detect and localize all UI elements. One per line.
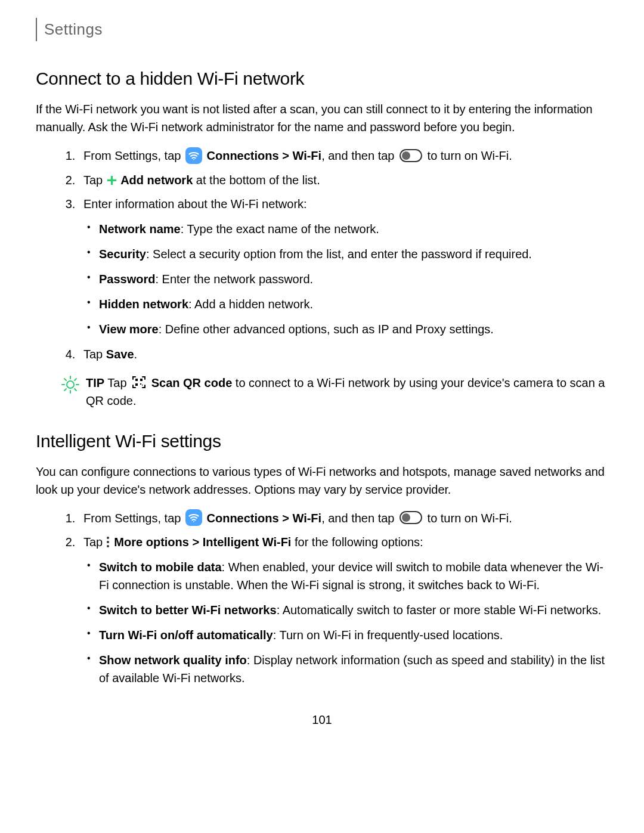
s2-step2-c: for the following options: [291, 535, 423, 549]
s2-bullet-0-term: Switch to mobile data [99, 561, 222, 574]
lightbulb-icon [61, 375, 80, 394]
wifi-icon [185, 147, 202, 164]
tip-text: TIP Tap Scan QR code to connect to a Wi-… [86, 374, 608, 410]
s2-bullet-2-desc: : Turn on Wi-Fi in frequently-used locat… [273, 628, 503, 642]
s1-bullet-0-desc: : Type the exact name of the network. [181, 222, 379, 236]
s2-bullet-1-desc: : Automatically switch to faster or more… [277, 603, 602, 617]
svg-line-9 [64, 389, 66, 391]
s1-step2-bold: Add network [117, 174, 193, 187]
s1-bullet-1-term: Security [99, 247, 146, 261]
s2-step2: Tap More options > Intelligent Wi-Fi for… [79, 533, 608, 687]
s1-step1-text-a: From Settings, tap [83, 149, 184, 162]
s1-step2: Tap + Add network at the bottom of the l… [79, 171, 608, 189]
wifi-icon [185, 509, 202, 526]
s2-bullet-0: Switch to mobile data: When enabled, you… [83, 558, 608, 594]
s1-bullet-0-term: Network name [99, 222, 181, 236]
s2-bullet-3: Show network quality info: Display netwo… [83, 651, 608, 687]
page-header: Settings [36, 18, 608, 41]
s1-bullet-2-desc: : Enter the network password. [155, 272, 313, 286]
s2-step1-c: , and then tap [321, 512, 398, 525]
s1-step3-text: Enter information about the Wi-Fi networ… [83, 197, 307, 210]
s1-bullet-4-desc: : Define other advanced options, such as… [159, 323, 494, 336]
tip-a: Tap [104, 376, 130, 389]
section-heading-intelligent-wifi: Intelligent Wi-Fi settings [36, 428, 608, 454]
section-heading-hidden-wifi: Connect to a hidden Wi-Fi network [36, 65, 608, 92]
s1-bullet-3-term: Hidden network [99, 298, 188, 311]
s1-bullet-4: View more: Define other advanced options… [83, 320, 608, 338]
s1-step1-text-d: to turn on Wi-Fi. [424, 149, 512, 162]
s1-bullet-2: Password: Enter the network password. [83, 270, 608, 288]
svg-rect-12 [135, 383, 138, 386]
s1-step4-b: Save [106, 348, 134, 361]
tip-label: TIP [86, 376, 104, 389]
s1-bullet-1-desc: : Select a security option from the list… [146, 247, 532, 261]
qr-icon [132, 376, 146, 389]
svg-line-6 [64, 379, 66, 380]
s1-step2-text-a: Tap [83, 174, 106, 187]
s1-step2-text-c: at the bottom of the list. [193, 174, 320, 187]
more-options-icon [107, 537, 109, 547]
svg-line-8 [75, 379, 76, 380]
s1-step4-a: Tap [83, 348, 106, 361]
tip-b: Scan QR code [148, 376, 232, 389]
s1-bullet-3: Hidden network: Add a hidden network. [83, 295, 608, 313]
s1-step4-c: . [134, 348, 138, 361]
section1-intro: If the Wi-Fi network you want is not lis… [36, 100, 608, 136]
s1-bullet-2-term: Password [99, 272, 155, 286]
s1-step1: From Settings, tap Connections > Wi-Fi, … [79, 147, 608, 165]
s2-bullet-1-term: Switch to better Wi-Fi networks [99, 603, 277, 617]
tip-block: TIP Tap Scan QR code to connect to a Wi-… [61, 374, 608, 410]
s2-step1-b: Connections > Wi-Fi [203, 512, 321, 525]
svg-rect-10 [135, 379, 138, 381]
s2-bullet-2-term: Turn Wi-Fi on/off automatically [99, 628, 273, 642]
s1-step4: Tap Save. [79, 345, 608, 363]
svg-rect-14 [142, 385, 143, 386]
plus-icon: + [107, 175, 117, 184]
toggle-icon [400, 149, 422, 162]
svg-rect-11 [140, 379, 143, 381]
page-number: 101 [36, 711, 608, 729]
s1-bullet-0: Network name: Type the exact name of the… [83, 220, 608, 238]
s1-bullet-3-desc: : Add a hidden network. [188, 298, 313, 311]
s1-step3: Enter information about the Wi-Fi networ… [79, 195, 608, 338]
s1-step1-bold: Connections > Wi-Fi [203, 149, 321, 162]
svg-point-15 [193, 521, 194, 522]
svg-line-7 [75, 389, 76, 391]
s1-bullet-4-term: View more [99, 323, 159, 336]
s2-step2-b: More options > Intelligent Wi-Fi [111, 535, 292, 549]
s2-step1-d: to turn on Wi-Fi. [424, 512, 512, 525]
s1-step1-text-c: , and then tap [321, 149, 398, 162]
s2-bullet-3-term: Show network quality info [99, 654, 247, 667]
s2-bullet-1: Switch to better Wi-Fi networks: Automat… [83, 601, 608, 619]
s1-bullet-1: Security: Select a security option from … [83, 245, 608, 263]
toggle-icon [400, 511, 422, 524]
s2-step1-a: From Settings, tap [83, 512, 184, 525]
s2-step1: From Settings, tap Connections > Wi-Fi, … [79, 509, 608, 528]
svg-point-1 [67, 381, 74, 388]
svg-point-0 [193, 159, 194, 160]
header-title: Settings [44, 20, 103, 38]
s2-bullet-2: Turn Wi-Fi on/off automatically: Turn on… [83, 626, 608, 644]
s2-step2-a: Tap [83, 535, 106, 549]
section2-intro: You can configure connections to various… [36, 463, 608, 498]
svg-rect-13 [140, 383, 141, 385]
